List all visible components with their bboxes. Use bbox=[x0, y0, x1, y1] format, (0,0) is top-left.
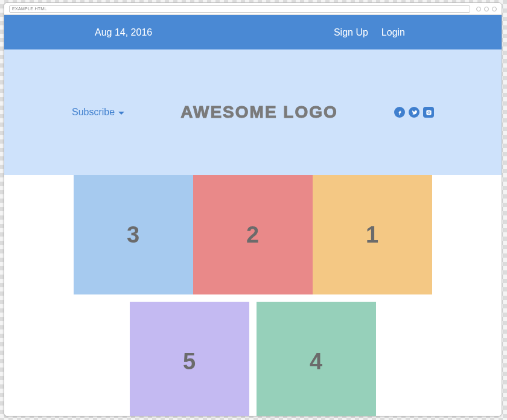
social-links bbox=[394, 107, 434, 118]
instagram-icon[interactable] bbox=[423, 107, 434, 118]
hero-section: Subscribe AWESOME LOGO bbox=[4, 49, 502, 175]
facebook-icon[interactable] bbox=[394, 107, 405, 118]
tile-3[interactable]: 3 bbox=[74, 175, 193, 294]
tiles-row-1: 3 2 1 bbox=[4, 175, 502, 294]
subscribe-label: Subscribe bbox=[72, 107, 115, 118]
tile-label: 4 bbox=[310, 349, 323, 375]
tile-1[interactable]: 1 bbox=[313, 175, 432, 294]
chevron-down-icon bbox=[118, 112, 124, 115]
tile-2[interactable]: 2 bbox=[193, 175, 313, 294]
window-controls bbox=[476, 7, 497, 11]
tile-label: 2 bbox=[246, 222, 260, 248]
tile-5[interactable]: 5 bbox=[130, 302, 249, 416]
browser-titlebar: EXAMPLE.HTML bbox=[4, 3, 502, 15]
tile-4[interactable]: 4 bbox=[257, 302, 376, 416]
date-label: Aug 14, 2016 bbox=[95, 27, 152, 38]
login-link[interactable]: Login bbox=[381, 27, 405, 38]
tiles-section: 3 2 1 5 4 bbox=[4, 175, 502, 416]
tiles-row-2: 5 4 bbox=[4, 302, 502, 416]
signup-link[interactable]: Sign Up bbox=[334, 27, 368, 38]
window-control-dot[interactable] bbox=[492, 7, 497, 11]
twitter-icon[interactable] bbox=[409, 107, 419, 118]
window-control-dot[interactable] bbox=[484, 7, 489, 11]
subscribe-dropdown[interactable]: Subscribe bbox=[72, 107, 124, 118]
window-control-dot[interactable] bbox=[476, 7, 481, 11]
top-bar: Aug 14, 2016 Sign Up Login bbox=[4, 15, 502, 49]
auth-links: Sign Up Login bbox=[334, 27, 405, 38]
tile-label: 1 bbox=[366, 222, 379, 248]
tile-label: 3 bbox=[127, 222, 140, 248]
viewport: Aug 14, 2016 Sign Up Login Subscribe AWE… bbox=[4, 15, 502, 416]
site-logo-text: AWESOME LOGO bbox=[180, 103, 337, 122]
address-bar[interactable]: EXAMPLE.HTML bbox=[9, 5, 470, 13]
tile-label: 5 bbox=[183, 349, 196, 375]
browser-window: EXAMPLE.HTML Aug 14, 2016 Sign Up Login … bbox=[4, 2, 502, 416]
